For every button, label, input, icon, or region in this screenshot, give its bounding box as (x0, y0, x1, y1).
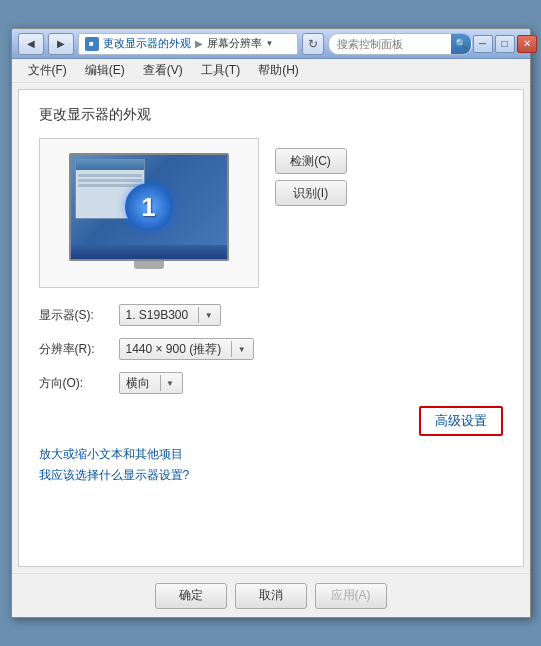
menu-file[interactable]: 文件(F) (20, 60, 75, 81)
ok-button[interactable]: 确定 (155, 583, 227, 609)
main-window: ◀ ▶ ■ 更改显示器的外观 ▶ 屏幕分辨率 ▼ ↻ 🔍 ─ □ ✕ 文件(F)… (11, 28, 531, 618)
title-controls: ─ □ ✕ (473, 35, 537, 53)
nav-back-button[interactable]: ◀ (18, 33, 44, 55)
orientation-label: 方向(O): (39, 375, 119, 392)
apply-button[interactable]: 应用(A) (315, 583, 387, 609)
menu-tools[interactable]: 工具(T) (193, 60, 248, 81)
resolution-label: 分辨率(R): (39, 341, 119, 358)
breadcrumb-icon: ■ (85, 37, 99, 51)
search-input[interactable] (337, 38, 447, 50)
monitor-action-buttons: 检测(C) 识别(I) (275, 138, 347, 206)
resolution-row: 分辨率(R): 1440 × 900 (推荐) ▼ (39, 338, 503, 360)
nav-forward-button[interactable]: ▶ (48, 33, 74, 55)
monitor-section: 1 检测(C) 识别(I) (39, 138, 503, 288)
close-button[interactable]: ✕ (517, 35, 537, 53)
mini-line-3 (78, 184, 142, 187)
mini-line-1 (78, 174, 142, 177)
search-bar: 🔍 (328, 33, 473, 55)
monitor-thumbnail: 1 (69, 153, 229, 273)
page-title: 更改显示器的外观 (39, 106, 503, 124)
menu-edit[interactable]: 编辑(E) (77, 60, 133, 81)
title-bar: ◀ ▶ ■ 更改显示器的外观 ▶ 屏幕分辨率 ▼ ↻ 🔍 ─ □ ✕ (12, 29, 530, 59)
monitor-preview-box: 1 (39, 138, 259, 288)
refresh-button[interactable]: ↻ (302, 33, 324, 55)
orientation-value: 横向 (126, 375, 150, 392)
menu-view[interactable]: 查看(V) (135, 60, 191, 81)
search-icon[interactable]: 🔍 (451, 34, 471, 54)
content-area: 更改显示器的外观 1 (18, 89, 524, 567)
breadcrumb: ■ 更改显示器的外观 ▶ 屏幕分辨率 ▼ (78, 33, 298, 55)
monitor-stand (134, 261, 164, 269)
breadcrumb-resolution: 屏幕分辨率 (207, 36, 262, 51)
detect-button[interactable]: 检测(C) (275, 148, 347, 174)
resolution-value: 1440 × 900 (推荐) (126, 341, 222, 358)
mini-line-2 (78, 179, 142, 182)
link-display-settings[interactable]: 我应该选择什么显示器设置? (39, 467, 503, 484)
display-dropdown[interactable]: 1. S19B300 ▼ (119, 304, 222, 326)
monitor-screen: 1 (69, 153, 229, 261)
display-value: 1. S19B300 (126, 308, 189, 322)
link-text-size[interactable]: 放大或缩小文本和其他项目 (39, 446, 503, 463)
identify-button[interactable]: 识别(I) (275, 180, 347, 206)
breadcrumb-sep: ▶ (195, 38, 203, 49)
orientation-row: 方向(O): 横向 ▼ (39, 372, 503, 394)
orientation-dropdown-arrow: ▼ (160, 375, 176, 391)
mini-window-titlebar (76, 160, 144, 170)
breadcrumb-dropdown-icon[interactable]: ▼ (266, 39, 274, 48)
link-section: 放大或缩小文本和其他项目 我应该选择什么显示器设置? (39, 446, 503, 484)
monitor-number-badge: 1 (125, 183, 173, 231)
breadcrumb-display[interactable]: 更改显示器的外观 (103, 36, 191, 51)
menu-help[interactable]: 帮助(H) (250, 60, 307, 81)
advanced-settings-button[interactable]: 高级设置 (419, 406, 503, 436)
restore-button[interactable]: □ (495, 35, 515, 53)
mini-taskbar (71, 245, 227, 259)
display-dropdown-arrow: ▼ (198, 307, 214, 323)
display-row: 显示器(S): 1. S19B300 ▼ (39, 304, 503, 326)
advanced-button-container: 高级设置 (39, 406, 503, 436)
title-bar-left: ◀ ▶ ■ 更改显示器的外观 ▶ 屏幕分辨率 ▼ ↻ 🔍 (18, 33, 473, 55)
resolution-dropdown-arrow: ▼ (231, 341, 247, 357)
cancel-button[interactable]: 取消 (235, 583, 307, 609)
minimize-button[interactable]: ─ (473, 35, 493, 53)
resolution-dropdown[interactable]: 1440 × 900 (推荐) ▼ (119, 338, 255, 360)
bottom-bar: 确定 取消 应用(A) (12, 573, 530, 617)
orientation-dropdown[interactable]: 横向 ▼ (119, 372, 183, 394)
menu-bar: 文件(F) 编辑(E) 查看(V) 工具(T) 帮助(H) (12, 59, 530, 83)
display-label: 显示器(S): (39, 307, 119, 324)
